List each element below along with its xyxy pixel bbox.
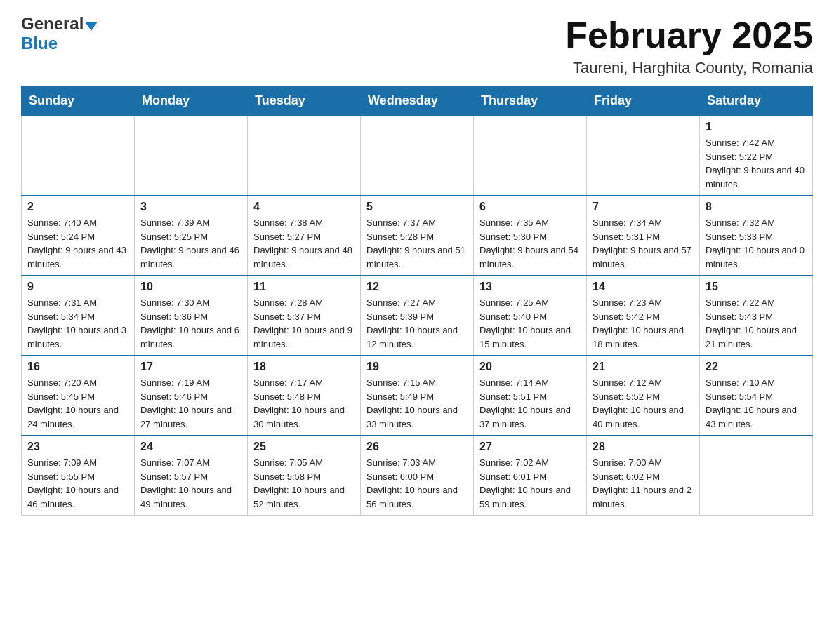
day-number: 10 [140, 281, 241, 293]
day-number: 20 [479, 361, 581, 373]
calendar-cell: 20Sunrise: 7:14 AM Sunset: 5:51 PM Dayli… [474, 356, 587, 436]
day-info: Sunrise: 7:12 AM Sunset: 5:52 PM Dayligh… [593, 376, 694, 431]
calendar-cell [248, 116, 361, 196]
calendar-week-row: 16Sunrise: 7:20 AM Sunset: 5:45 PM Dayli… [22, 356, 813, 436]
day-number: 23 [27, 441, 128, 453]
location-subtitle: Taureni, Harghita County, Romania [565, 59, 813, 77]
calendar-cell: 6Sunrise: 7:35 AM Sunset: 5:30 PM Daylig… [474, 196, 587, 276]
calendar-cell: 15Sunrise: 7:22 AM Sunset: 5:43 PM Dayli… [700, 276, 813, 356]
day-info: Sunrise: 7:31 AM Sunset: 5:34 PM Dayligh… [27, 296, 128, 351]
calendar-cell [135, 116, 248, 196]
day-info: Sunrise: 7:34 AM Sunset: 5:31 PM Dayligh… [593, 216, 694, 271]
day-info: Sunrise: 7:23 AM Sunset: 5:42 PM Dayligh… [593, 296, 694, 351]
title-section: February 2025 Taureni, Harghita County, … [565, 14, 813, 77]
day-number: 9 [27, 281, 128, 293]
calendar-week-row: 23Sunrise: 7:09 AM Sunset: 5:55 PM Dayli… [22, 436, 813, 516]
calendar-cell: 2Sunrise: 7:40 AM Sunset: 5:24 PM Daylig… [22, 196, 135, 276]
day-number: 17 [140, 361, 241, 373]
calendar-cell: 12Sunrise: 7:27 AM Sunset: 5:39 PM Dayli… [361, 276, 474, 356]
calendar-table: SundayMondayTuesdayWednesdayThursdayFrid… [21, 86, 813, 516]
calendar-cell: 19Sunrise: 7:15 AM Sunset: 5:49 PM Dayli… [361, 356, 474, 436]
day-number: 11 [253, 281, 355, 293]
calendar-cell: 3Sunrise: 7:39 AM Sunset: 5:25 PM Daylig… [135, 196, 248, 276]
day-info: Sunrise: 7:07 AM Sunset: 5:57 PM Dayligh… [140, 456, 241, 511]
calendar-cell: 17Sunrise: 7:19 AM Sunset: 5:46 PM Dayli… [135, 356, 248, 436]
day-number: 22 [706, 361, 807, 373]
day-info: Sunrise: 7:22 AM Sunset: 5:43 PM Dayligh… [706, 296, 807, 351]
calendar-cell: 11Sunrise: 7:28 AM Sunset: 5:37 PM Dayli… [248, 276, 361, 356]
day-info: Sunrise: 7:35 AM Sunset: 5:30 PM Dayligh… [479, 216, 581, 271]
calendar-week-row: 9Sunrise: 7:31 AM Sunset: 5:34 PM Daylig… [22, 276, 813, 356]
day-number: 3 [140, 201, 241, 213]
logo-blue-text: Blue [21, 34, 58, 53]
day-number: 13 [479, 281, 581, 293]
calendar-cell: 22Sunrise: 7:10 AM Sunset: 5:54 PM Dayli… [700, 356, 813, 436]
day-header-monday: Monday [135, 86, 248, 116]
logo: General Blue [21, 14, 98, 53]
day-number: 26 [366, 441, 468, 453]
calendar-week-row: 1Sunrise: 7:42 AM Sunset: 5:22 PM Daylig… [22, 116, 813, 196]
calendar-cell: 5Sunrise: 7:37 AM Sunset: 5:28 PM Daylig… [361, 196, 474, 276]
day-info: Sunrise: 7:25 AM Sunset: 5:40 PM Dayligh… [479, 296, 581, 351]
calendar-cell: 26Sunrise: 7:03 AM Sunset: 6:00 PM Dayli… [361, 436, 474, 516]
calendar-cell: 13Sunrise: 7:25 AM Sunset: 5:40 PM Dayli… [474, 276, 587, 356]
day-number: 5 [366, 201, 468, 213]
calendar-cell [361, 116, 474, 196]
day-number: 6 [479, 201, 581, 213]
day-header-tuesday: Tuesday [248, 86, 361, 116]
day-number: 14 [593, 281, 694, 293]
day-header-saturday: Saturday [700, 86, 813, 116]
day-info: Sunrise: 7:14 AM Sunset: 5:51 PM Dayligh… [479, 376, 581, 431]
day-info: Sunrise: 7:19 AM Sunset: 5:46 PM Dayligh… [140, 376, 241, 431]
day-info: Sunrise: 7:15 AM Sunset: 5:49 PM Dayligh… [366, 376, 468, 431]
day-info: Sunrise: 7:05 AM Sunset: 5:58 PM Dayligh… [253, 456, 355, 511]
calendar-header-row: SundayMondayTuesdayWednesdayThursdayFrid… [22, 86, 813, 116]
calendar-cell: 23Sunrise: 7:09 AM Sunset: 5:55 PM Dayli… [22, 436, 135, 516]
day-number: 18 [253, 361, 355, 373]
day-info: Sunrise: 7:27 AM Sunset: 5:39 PM Dayligh… [366, 296, 468, 351]
page-header: General Blue February 2025 Taureni, Harg… [21, 14, 813, 77]
day-info: Sunrise: 7:32 AM Sunset: 5:33 PM Dayligh… [706, 216, 807, 271]
day-number: 2 [27, 201, 128, 213]
day-info: Sunrise: 7:30 AM Sunset: 5:36 PM Dayligh… [140, 296, 241, 351]
day-info: Sunrise: 7:02 AM Sunset: 6:01 PM Dayligh… [479, 456, 581, 511]
day-info: Sunrise: 7:10 AM Sunset: 5:54 PM Dayligh… [706, 376, 807, 431]
day-info: Sunrise: 7:00 AM Sunset: 6:02 PM Dayligh… [593, 456, 694, 511]
day-info: Sunrise: 7:37 AM Sunset: 5:28 PM Dayligh… [366, 216, 468, 271]
calendar-cell: 10Sunrise: 7:30 AM Sunset: 5:36 PM Dayli… [135, 276, 248, 356]
calendar-cell: 27Sunrise: 7:02 AM Sunset: 6:01 PM Dayli… [474, 436, 587, 516]
calendar-cell: 28Sunrise: 7:00 AM Sunset: 6:02 PM Dayli… [587, 436, 700, 516]
month-year-title: February 2025 [565, 14, 813, 56]
day-info: Sunrise: 7:38 AM Sunset: 5:27 PM Dayligh… [253, 216, 355, 271]
calendar-cell [474, 116, 587, 196]
calendar-cell: 21Sunrise: 7:12 AM Sunset: 5:52 PM Dayli… [587, 356, 700, 436]
day-number: 4 [253, 201, 355, 213]
day-info: Sunrise: 7:03 AM Sunset: 6:00 PM Dayligh… [366, 456, 468, 511]
logo-triangle-icon [85, 22, 98, 31]
day-header-thursday: Thursday [474, 86, 587, 116]
day-number: 1 [706, 121, 807, 133]
day-header-sunday: Sunday [22, 86, 135, 116]
day-number: 24 [140, 441, 241, 453]
day-header-friday: Friday [587, 86, 700, 116]
day-info: Sunrise: 7:17 AM Sunset: 5:48 PM Dayligh… [253, 376, 355, 431]
day-number: 15 [706, 281, 807, 293]
calendar-cell: 4Sunrise: 7:38 AM Sunset: 5:27 PM Daylig… [248, 196, 361, 276]
day-info: Sunrise: 7:42 AM Sunset: 5:22 PM Dayligh… [706, 136, 807, 191]
day-info: Sunrise: 7:20 AM Sunset: 5:45 PM Dayligh… [27, 376, 128, 431]
day-number: 8 [706, 201, 807, 213]
calendar-cell: 18Sunrise: 7:17 AM Sunset: 5:48 PM Dayli… [248, 356, 361, 436]
day-header-wednesday: Wednesday [361, 86, 474, 116]
day-info: Sunrise: 7:39 AM Sunset: 5:25 PM Dayligh… [140, 216, 241, 271]
day-number: 27 [479, 441, 581, 453]
day-info: Sunrise: 7:09 AM Sunset: 5:55 PM Dayligh… [27, 456, 128, 511]
logo-general-text: General [21, 14, 84, 34]
day-number: 28 [593, 441, 694, 453]
calendar-cell: 7Sunrise: 7:34 AM Sunset: 5:31 PM Daylig… [587, 196, 700, 276]
calendar-cell: 24Sunrise: 7:07 AM Sunset: 5:57 PM Dayli… [135, 436, 248, 516]
calendar-cell [587, 116, 700, 196]
day-number: 19 [366, 361, 468, 373]
calendar-cell: 16Sunrise: 7:20 AM Sunset: 5:45 PM Dayli… [22, 356, 135, 436]
calendar-cell: 9Sunrise: 7:31 AM Sunset: 5:34 PM Daylig… [22, 276, 135, 356]
calendar-cell: 25Sunrise: 7:05 AM Sunset: 5:58 PM Dayli… [248, 436, 361, 516]
